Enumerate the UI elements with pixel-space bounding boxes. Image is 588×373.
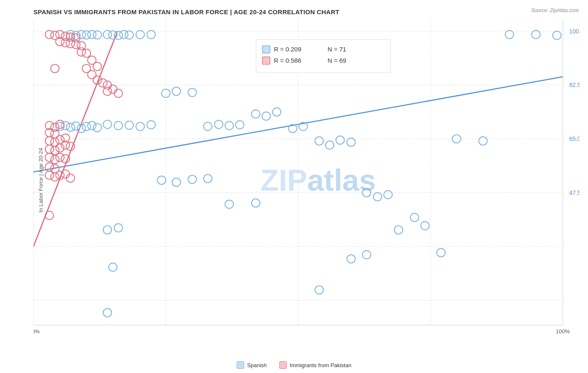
svg-point-123 (66, 142, 74, 151)
svg-point-85 (315, 286, 323, 294)
svg-point-119 (45, 145, 54, 153)
svg-point-126 (56, 153, 64, 162)
svg-point-64 (384, 191, 392, 199)
svg-text:100.0%: 100.0% (569, 28, 580, 35)
legend-item-pakistan: Immigrants from Pakistan (279, 361, 351, 369)
svg-point-50 (215, 120, 223, 128)
svg-point-82 (109, 263, 117, 271)
svg-point-69 (453, 135, 461, 143)
svg-point-21 (61, 121, 69, 130)
svg-point-76 (188, 175, 197, 184)
svg-point-51 (225, 121, 233, 130)
svg-point-23 (72, 122, 80, 130)
svg-point-134 (66, 174, 74, 182)
svg-point-73 (553, 31, 561, 40)
svg-point-38 (147, 31, 155, 39)
svg-text:N = 69: N = 69 (327, 57, 346, 64)
svg-point-41 (103, 120, 112, 128)
svg-point-52 (235, 120, 244, 129)
svg-rect-141 (263, 57, 270, 64)
svg-point-131 (51, 173, 59, 181)
svg-point-45 (147, 120, 155, 129)
svg-point-54 (262, 112, 271, 120)
svg-point-59 (325, 141, 334, 149)
svg-point-84 (363, 250, 371, 259)
svg-point-78 (225, 200, 233, 209)
svg-point-47 (172, 87, 181, 95)
svg-point-65 (394, 226, 403, 234)
svg-text:82.5%: 82.5% (569, 82, 580, 88)
chart-legend: Spanish Immigrants from Pakistan (237, 361, 351, 369)
svg-point-77 (204, 174, 212, 183)
svg-point-120 (51, 146, 59, 155)
svg-point-112 (56, 120, 64, 128)
svg-point-40 (93, 123, 102, 132)
scatter-plot: 100.0% 82.5% 65.0% 47.5% 0.0% 100% (33, 19, 580, 342)
svg-point-43 (125, 121, 133, 129)
svg-point-127 (61, 155, 69, 163)
svg-point-107 (103, 87, 112, 95)
svg-point-115 (45, 137, 54, 145)
svg-point-83 (347, 255, 355, 263)
svg-point-44 (136, 122, 144, 130)
svg-point-81 (114, 224, 123, 232)
svg-point-66 (410, 213, 419, 222)
svg-text:0.0%: 0.0% (33, 328, 40, 335)
svg-point-39 (88, 121, 96, 130)
svg-point-117 (56, 135, 64, 144)
svg-point-53 (251, 110, 260, 118)
svg-point-130 (45, 171, 54, 179)
legend-box-pakistan (279, 361, 287, 369)
svg-point-74 (157, 176, 166, 184)
svg-point-125 (51, 156, 59, 164)
svg-point-42 (114, 121, 123, 130)
svg-text:R = 0.209: R = 0.209 (274, 46, 302, 53)
svg-rect-138 (263, 46, 270, 53)
svg-rect-137 (256, 39, 390, 72)
legend-box-spanish (237, 361, 244, 369)
svg-point-99 (82, 49, 91, 57)
source-label: Source: ZipAtlas.com (531, 8, 579, 13)
svg-point-31 (93, 31, 102, 39)
svg-point-133 (61, 170, 69, 178)
svg-point-75 (172, 178, 181, 186)
svg-point-124 (45, 153, 54, 162)
svg-point-71 (505, 31, 514, 39)
y-axis-label: In Labor Force | Age 20-24 (38, 148, 44, 212)
svg-point-79 (251, 199, 260, 207)
svg-point-128 (45, 163, 54, 171)
svg-point-24 (77, 124, 85, 133)
chart-container: SPANISH VS IMMIGRANTS FROM PAKISTAN IN L… (0, 0, 588, 373)
svg-text:R = 0.586: R = 0.586 (274, 57, 302, 64)
svg-point-80 (103, 226, 112, 234)
svg-point-37 (136, 31, 144, 39)
svg-point-103 (88, 71, 96, 79)
legend-label-pakistan: Immigrants from Pakistan (290, 362, 351, 368)
svg-point-60 (336, 136, 344, 144)
legend-item-spanish: Spanish (237, 361, 267, 369)
svg-text:N = 71: N = 71 (327, 46, 346, 53)
svg-line-18 (33, 77, 563, 172)
svg-point-48 (188, 88, 197, 97)
svg-point-109 (114, 89, 123, 97)
svg-point-63 (373, 193, 382, 201)
svg-point-98 (77, 48, 85, 56)
svg-text:65.0%: 65.0% (569, 135, 580, 142)
svg-point-67 (421, 222, 429, 230)
svg-point-86 (103, 309, 112, 317)
svg-point-108 (109, 85, 117, 93)
svg-point-116 (51, 138, 59, 146)
svg-point-61 (347, 138, 355, 146)
svg-point-46 (161, 89, 170, 97)
chart-title: SPANISH VS IMMIGRANTS FROM PAKISTAN IN L… (33, 8, 580, 15)
chart-area: In Labor Force | Age 20-24 ZIPatlas 100.… (33, 19, 580, 342)
svg-point-36 (125, 31, 133, 39)
svg-point-58 (315, 137, 323, 145)
svg-point-135 (51, 64, 59, 73)
svg-point-55 (273, 108, 281, 116)
svg-text:100%: 100% (556, 328, 570, 335)
svg-point-72 (532, 31, 540, 39)
svg-point-136 (45, 211, 54, 220)
svg-point-68 (437, 248, 445, 257)
svg-point-101 (93, 62, 102, 71)
